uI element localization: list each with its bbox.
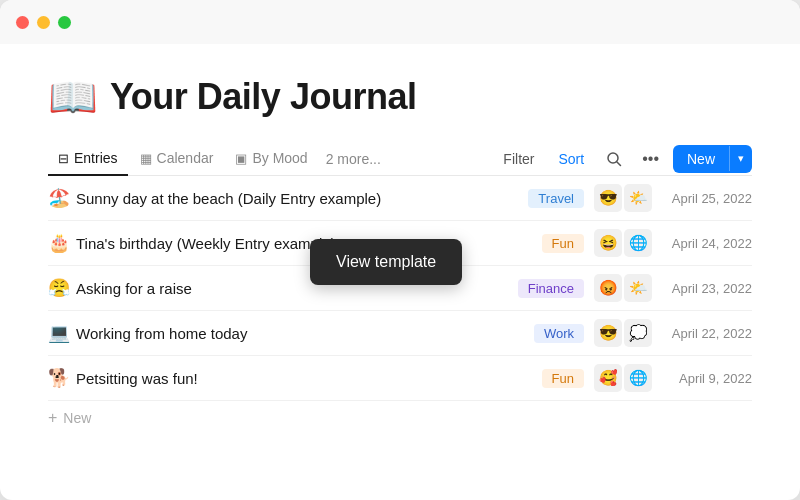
row-tags: Fun (542, 234, 584, 253)
row-tags: Work (534, 324, 584, 343)
entry-title: Petsitting was fun! (76, 370, 542, 387)
entry-title: Sunny day at the beach (Daily Entry exam… (76, 190, 528, 207)
row-icon: 🐕 (48, 367, 76, 389)
tab-entries-label: Entries (74, 150, 118, 166)
sort-button[interactable]: Sort (550, 147, 592, 171)
tag-badge: Fun (542, 234, 584, 253)
row-mood-emojis: 😡 🌤️ (594, 274, 652, 302)
page-emoji: 📖 (48, 77, 98, 117)
mood-emoji-1: 🥰 (594, 364, 622, 392)
row-tags: Fun (542, 369, 584, 388)
new-entry-button[interactable]: New ▾ (673, 145, 752, 173)
tabs-more[interactable]: 2 more... (320, 143, 387, 175)
mood-emoji-2: 🌤️ (624, 184, 652, 212)
entry-title: Working from home today (76, 325, 534, 342)
calendar-icon: ▦ (140, 151, 152, 166)
row-icon: 🎂 (48, 232, 76, 254)
mood-emoji-1: 😎 (594, 184, 622, 212)
titlebar (0, 0, 800, 44)
table-row[interactable]: 💻 Working from home today Work 😎 💭 April… (48, 311, 752, 356)
tab-by-mood[interactable]: ▣ By Mood (225, 142, 317, 176)
row-mood-emojis: 😎 🌤️ (594, 184, 652, 212)
entry-date: April 25, 2022 (664, 191, 752, 206)
entry-date: April 23, 2022 (664, 281, 752, 296)
mood-icon: ▣ (235, 151, 247, 166)
filter-button[interactable]: Filter (495, 147, 542, 171)
tag-badge: Work (534, 324, 584, 343)
tabs-right: Filter Sort ••• New ▾ (495, 145, 752, 173)
table-row[interactable]: 🐕 Petsitting was fun! Fun 🥰 🌐 April 9, 2… (48, 356, 752, 401)
plus-icon: + (48, 409, 57, 427)
mood-emoji-2: 🌤️ (624, 274, 652, 302)
row-icon: 💻 (48, 322, 76, 344)
mood-emoji-2: 🌐 (624, 364, 652, 392)
more-options-button[interactable]: ••• (636, 146, 665, 172)
mood-emoji-1: 😡 (594, 274, 622, 302)
tab-entries[interactable]: ⊟ Entries (48, 142, 128, 176)
mood-emoji-2: 🌐 (624, 229, 652, 257)
search-button[interactable] (600, 147, 628, 171)
tab-calendar[interactable]: ▦ Calendar (130, 142, 224, 176)
table-row[interactable]: 🏖️ Sunny day at the beach (Daily Entry e… (48, 176, 752, 221)
tab-calendar-label: Calendar (157, 150, 214, 166)
add-new-row[interactable]: + New (48, 401, 752, 435)
main-content: 📖 Your Daily Journal ⊟ Entries ▦ Calenda… (0, 44, 800, 500)
entry-date: April 24, 2022 (664, 236, 752, 251)
tabs-bar: ⊟ Entries ▦ Calendar ▣ By Mood 2 more...… (48, 142, 752, 176)
page-header: 📖 Your Daily Journal (48, 76, 752, 118)
row-mood-emojis: 😆 🌐 (594, 229, 652, 257)
tag-badge: Travel (528, 189, 584, 208)
page-title: Your Daily Journal (110, 76, 416, 118)
minimize-button[interactable] (37, 16, 50, 29)
tab-by-mood-label: By Mood (252, 150, 307, 166)
row-tags: Finance (518, 279, 584, 298)
view-template-button[interactable]: View template (310, 239, 462, 285)
entry-date: April 22, 2022 (664, 326, 752, 341)
mood-emoji-2: 💭 (624, 319, 652, 347)
new-button-label: New (673, 145, 729, 173)
ellipsis-icon: ••• (642, 150, 659, 168)
entry-title: Tina's birthday (Weekly Entry example) (76, 235, 542, 252)
tag-badge: Finance (518, 279, 584, 298)
svg-line-1 (617, 162, 621, 166)
tag-badge: Fun (542, 369, 584, 388)
mood-emoji-1: 😆 (594, 229, 622, 257)
search-icon (606, 151, 622, 167)
entry-date: April 9, 2022 (664, 371, 752, 386)
row-mood-emojis: 😎 💭 (594, 319, 652, 347)
entries-table: 🏖️ Sunny day at the beach (Daily Entry e… (48, 176, 752, 435)
traffic-lights (16, 16, 71, 29)
row-icon: 🏖️ (48, 187, 76, 209)
new-row-label: New (63, 410, 91, 426)
entries-icon: ⊟ (58, 151, 69, 166)
tabs-left: ⊟ Entries ▦ Calendar ▣ By Mood 2 more... (48, 142, 495, 175)
app-window: 📖 Your Daily Journal ⊟ Entries ▦ Calenda… (0, 0, 800, 500)
new-button-chevron-icon: ▾ (729, 146, 752, 171)
row-tags: Travel (528, 189, 584, 208)
row-mood-emojis: 🥰 🌐 (594, 364, 652, 392)
maximize-button[interactable] (58, 16, 71, 29)
mood-emoji-1: 😎 (594, 319, 622, 347)
row-icon: 😤 (48, 277, 76, 299)
close-button[interactable] (16, 16, 29, 29)
